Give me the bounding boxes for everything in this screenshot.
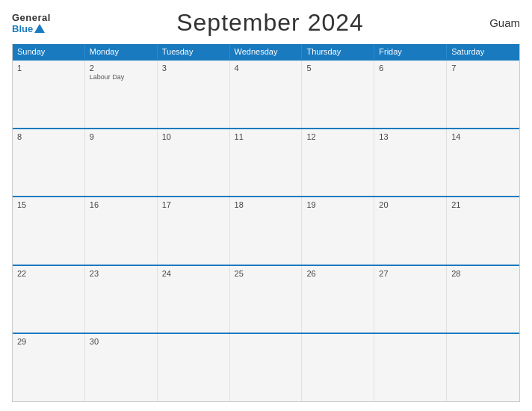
- page: General Blue September 2024 Guam Sunday …: [0, 0, 532, 411]
- logo-blue-text: Blue: [12, 23, 33, 34]
- day-cell: 14: [447, 129, 519, 197]
- day-cell-empty: [230, 334, 303, 401]
- header-tuesday: Tuesday: [158, 44, 230, 59]
- day-cell: 21: [447, 197, 519, 265]
- header: General Blue September 2024 Guam: [12, 9, 520, 37]
- week-row-4: 22 23 24 25 26 27 28: [13, 265, 519, 333]
- day-cell-empty: [158, 334, 230, 401]
- day-cell-empty: [302, 334, 374, 401]
- logo-general-text: General: [12, 12, 51, 23]
- day-cell: 20: [374, 197, 447, 265]
- day-cell: 3: [158, 61, 230, 128]
- day-headers-row: Sunday Monday Tuesday Wednesday Thursday…: [13, 44, 519, 59]
- header-friday: Friday: [374, 44, 447, 59]
- week-row-3: 15 16 17 18 19 20 21: [13, 196, 519, 265]
- header-thursday: Thursday: [302, 44, 374, 59]
- day-cell: 12: [302, 129, 374, 197]
- day-cell: 16: [85, 197, 158, 265]
- day-cell: 13: [374, 129, 447, 197]
- day-cell: 11: [230, 129, 303, 197]
- day-cell: 4: [230, 61, 303, 128]
- day-cell: 23: [85, 266, 158, 333]
- header-wednesday: Wednesday: [230, 44, 303, 59]
- weeks-container: 1 2Labour Day 3 4 5 6 7 8 9 10 11 12 13 …: [13, 59, 519, 401]
- day-cell-empty: [447, 334, 519, 401]
- calendar: Sunday Monday Tuesday Wednesday Thursday…: [12, 44, 520, 402]
- day-cell: 24: [158, 266, 230, 333]
- day-cell: 7: [447, 61, 519, 128]
- calendar-title: September 2024: [176, 9, 364, 37]
- day-cell: 28: [447, 266, 519, 333]
- day-cell: 8: [13, 129, 85, 197]
- day-cell: 27: [374, 266, 447, 333]
- header-sunday: Sunday: [13, 44, 85, 59]
- day-cell: 10: [158, 129, 230, 197]
- day-cell: 1: [13, 61, 85, 128]
- day-cell: 30: [85, 334, 158, 401]
- region-label: Guam: [489, 16, 520, 29]
- day-cell: 6: [374, 61, 447, 128]
- header-saturday: Saturday: [447, 44, 519, 59]
- day-cell: 2Labour Day: [85, 61, 158, 128]
- day-cell: 22: [13, 266, 85, 333]
- header-monday: Monday: [85, 44, 158, 59]
- day-cell: 5: [302, 61, 374, 128]
- logo-triangle-icon: [34, 24, 45, 33]
- day-cell: 15: [13, 197, 85, 265]
- day-cell: 9: [85, 129, 158, 197]
- week-row-1: 1 2Labour Day 3 4 5 6 7: [13, 59, 519, 128]
- day-cell: 18: [230, 197, 303, 265]
- day-cell-empty: [374, 334, 447, 401]
- day-cell: 25: [230, 266, 303, 333]
- day-cell: 26: [302, 266, 374, 333]
- logo-blue-row: Blue: [12, 23, 45, 34]
- week-row-2: 8 9 10 11 12 13 14: [13, 128, 519, 197]
- week-row-5: 29 30: [13, 333, 519, 401]
- day-cell: 19: [302, 197, 374, 265]
- logo: General Blue: [12, 12, 51, 34]
- day-cell: 29: [13, 334, 85, 401]
- day-cell: 17: [158, 197, 230, 265]
